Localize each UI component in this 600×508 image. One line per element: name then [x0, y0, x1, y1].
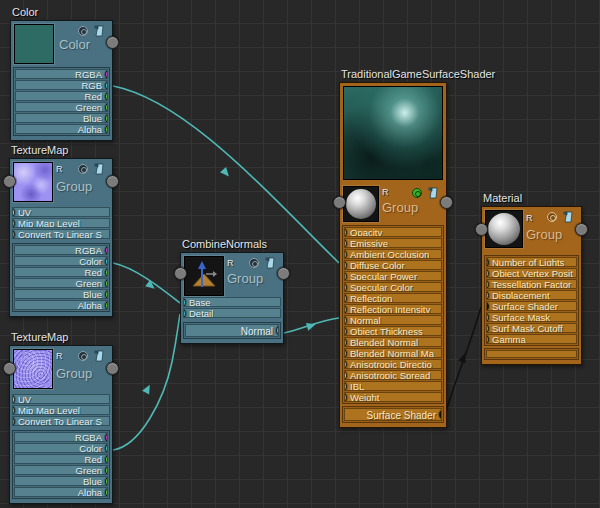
port-row[interactable]: Object Vertex Posit: [486, 268, 577, 278]
input-port[interactable]: [486, 290, 489, 300]
node-header[interactable]: R Group: [340, 183, 446, 223]
port-row[interactable]: Green: [14, 278, 108, 288]
port-row[interactable]: Red: [14, 267, 108, 277]
input-port[interactable]: [486, 301, 489, 311]
port-row[interactable]: Reflection: [344, 293, 442, 303]
node-header[interactable]: R Group: [10, 159, 112, 205]
input-port[interactable]: [12, 405, 15, 415]
input-port[interactable]: [486, 268, 489, 278]
port-row[interactable]: Blue: [14, 289, 108, 299]
port-row[interactable]: Mip Map Level: [12, 405, 110, 415]
port-row[interactable]: UV: [12, 394, 110, 404]
input-port[interactable]: [12, 218, 15, 228]
port-row[interactable]: Color: [14, 443, 108, 453]
port-row[interactable]: Blended Normal Ma: [344, 348, 442, 358]
port-row[interactable]: Normal: [344, 315, 442, 325]
output-port[interactable]: [105, 113, 108, 123]
header-port-right[interactable]: [106, 175, 119, 188]
output-port[interactable]: [105, 91, 108, 101]
port-row[interactable]: Color: [14, 256, 108, 266]
preview-icon[interactable]: [249, 258, 259, 268]
sphere-thumbnail[interactable]: [485, 210, 523, 248]
port-row[interactable]: Surface Shader: [344, 408, 442, 421]
port-row[interactable]: Object Thickness: [344, 326, 442, 336]
port-row[interactable]: Specular Color: [344, 282, 442, 292]
wire[interactable]: [113, 263, 180, 303]
input-port[interactable]: [344, 392, 347, 402]
combine-normals-thumbnail[interactable]: [184, 256, 224, 296]
port-row[interactable]: Specular Power: [344, 271, 442, 281]
node-material[interactable]: Material R Group Number of Lights Object…: [481, 206, 582, 365]
pitcher-icon[interactable]: [563, 211, 573, 223]
output-port[interactable]: [105, 256, 108, 266]
port-row[interactable]: Base: [183, 297, 281, 307]
input-port[interactable]: [344, 348, 347, 358]
node-traditionalgamesurfaceshader[interactable]: TraditionalGameSurfaceShader R Group Opa…: [339, 82, 447, 428]
output-port[interactable]: [105, 443, 108, 453]
port-row[interactable]: RGBA: [14, 245, 108, 255]
port-row[interactable]: Blended Normal: [344, 337, 442, 347]
port-row[interactable]: Green: [14, 465, 108, 475]
input-port[interactable]: [344, 381, 347, 391]
port-row[interactable]: Displacement: [486, 290, 577, 300]
port-row[interactable]: Tessellation Factor: [486, 279, 577, 289]
input-port[interactable]: [12, 207, 15, 217]
node-header[interactable]: Color: [11, 21, 112, 65]
pitcher-icon[interactable]: [94, 350, 104, 362]
port-row[interactable]: Number of Lights: [486, 257, 577, 267]
node-combinenormals[interactable]: CombineNormals R Group Base Detail: [180, 252, 284, 344]
input-port[interactable]: [344, 227, 347, 237]
color-swatch[interactable]: [14, 24, 54, 64]
port-row[interactable]: Red: [15, 91, 108, 101]
input-port[interactable]: [183, 297, 186, 307]
header-port-left[interactable]: [475, 223, 488, 236]
output-port[interactable]: [105, 80, 108, 90]
pitcher-icon[interactable]: [265, 257, 275, 269]
preview-icon[interactable]: [78, 26, 88, 36]
port-row[interactable]: RGB: [15, 80, 108, 90]
input-port[interactable]: [12, 229, 15, 239]
input-port[interactable]: [344, 304, 347, 314]
header-port-left[interactable]: [174, 267, 187, 280]
node-texturemap-bottom[interactable]: TextureMap R Group UV Mip Map Level Conv…: [9, 345, 113, 504]
pitcher-icon[interactable]: [94, 163, 104, 175]
output-port[interactable]: [105, 487, 108, 497]
port-row[interactable]: IBL: [344, 381, 442, 391]
input-port[interactable]: [344, 326, 347, 336]
header-port-left[interactable]: [333, 196, 346, 209]
node-graph-canvas[interactable]: Color Color RGBA RGB Red Green Blue Alph…: [0, 0, 600, 508]
input-port[interactable]: [486, 257, 489, 267]
input-port[interactable]: [344, 260, 347, 270]
port-row[interactable]: Red: [14, 454, 108, 464]
output-port[interactable]: [439, 409, 442, 420]
header-port-left[interactable]: [3, 175, 16, 188]
port-row[interactable]: Convert To Linear S: [12, 229, 110, 239]
node-header[interactable]: R Group: [10, 346, 112, 392]
output-port[interactable]: [105, 245, 108, 255]
port-row[interactable]: Blue: [15, 113, 108, 123]
input-port[interactable]: [486, 323, 489, 333]
input-port[interactable]: [344, 282, 347, 292]
port-row[interactable]: Normal: [185, 324, 279, 337]
output-port[interactable]: [105, 300, 108, 310]
pitcher-icon[interactable]: [428, 187, 438, 199]
port-row[interactable]: Anisotropic Directio: [344, 359, 442, 369]
input-port[interactable]: [486, 279, 489, 289]
port-row[interactable]: Blue: [14, 476, 108, 486]
texture-thumbnail[interactable]: [13, 162, 53, 202]
port-row[interactable]: Surface Shader: [486, 301, 577, 311]
output-port[interactable]: [105, 465, 108, 475]
input-port[interactable]: [344, 370, 347, 380]
output-port[interactable]: [105, 476, 108, 486]
node-header[interactable]: R Group: [181, 253, 283, 295]
preview-icon[interactable]: [547, 212, 557, 222]
port-row[interactable]: RGBA: [15, 69, 108, 79]
header-port-left[interactable]: [3, 362, 16, 375]
input-port[interactable]: [344, 315, 347, 325]
port-row[interactable]: RGBA: [14, 432, 108, 442]
output-port[interactable]: [105, 267, 108, 277]
header-port-right[interactable]: [440, 196, 453, 209]
port-row[interactable]: Reflection Intensity: [344, 304, 442, 314]
header-port-right[interactable]: [106, 36, 119, 49]
preview-icon[interactable]: [412, 188, 422, 198]
